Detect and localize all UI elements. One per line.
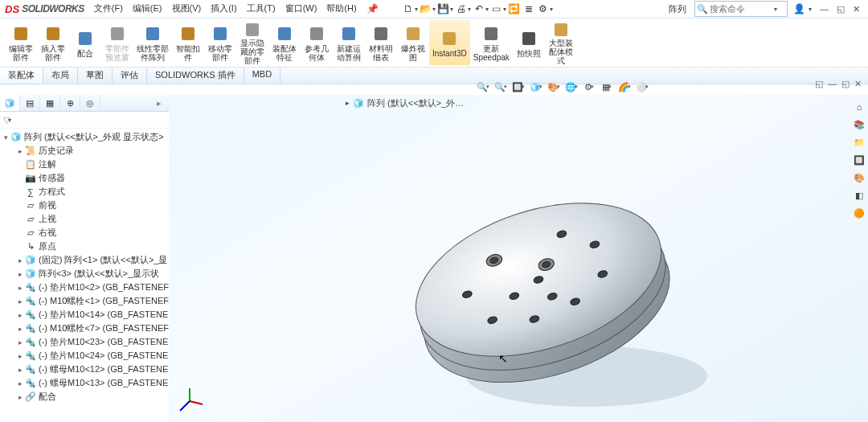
tab-装配体[interactable]: 装配体 xyxy=(0,68,43,84)
headsup-icon-7[interactable]: ▦▾ xyxy=(600,80,614,94)
menu-insert[interactable]: 插入(I) xyxy=(206,1,241,17)
headsup-icon-2[interactable]: 🔲▾ xyxy=(511,80,526,94)
viewport-breadcrumb[interactable]: ▸ 🧊 阵列 (默认<<默认>_外… xyxy=(346,95,464,111)
tree-item-2[interactable]: 📷传感器 xyxy=(0,171,169,185)
graphics-viewport[interactable]: ▸ 🧊 阵列 (默认<<默认>_外… xyxy=(169,95,868,422)
doc-minimize-icon[interactable]: — xyxy=(828,79,837,89)
tree-item-14[interactable]: ▸🔩(-) 垫片M10<23> (GB_FASTENE xyxy=(0,335,169,349)
settings-gear-icon[interactable]: ⚙ xyxy=(537,2,550,15)
headsup-icon-0[interactable]: 🔍▾ xyxy=(476,80,490,94)
tree-item-0[interactable]: ▸📜历史记录 xyxy=(0,144,169,158)
toolbar-button-8[interactable]: 装配体 特征 xyxy=(268,20,301,65)
toolbar-button-4[interactable]: 线性零部 件阵列 xyxy=(133,20,172,65)
expand-icon[interactable]: ▸ xyxy=(16,366,24,374)
minimize-icon[interactable]: — xyxy=(820,4,829,14)
tab-布局[interactable]: 布局 xyxy=(43,68,78,84)
tree-item-6[interactable]: ▱右视 xyxy=(0,226,169,240)
fm-tab-config[interactable]: ▦ xyxy=(40,95,60,111)
tree-item-1[interactable]: 📋注解 xyxy=(0,158,169,171)
tree-item-5[interactable]: ▱上视 xyxy=(0,212,169,226)
menu-tools[interactable]: 工具(T) xyxy=(242,1,280,17)
toolbar-button-14[interactable]: 更新 Speedpak xyxy=(470,20,513,65)
expand-icon[interactable]: ▸ xyxy=(16,325,24,333)
user-icon[interactable]: 👤 xyxy=(788,2,810,15)
menu-window[interactable]: 窗口(W) xyxy=(280,1,322,17)
expand-icon[interactable]: ▸ xyxy=(16,352,24,360)
toolbar-button-2[interactable]: 配合 xyxy=(69,20,101,65)
menu-help[interactable]: 帮助(H) xyxy=(321,1,361,17)
toolbar-button-11[interactable]: 材料明 细表 xyxy=(365,20,397,65)
expand-icon[interactable]: ▸ xyxy=(16,311,24,319)
tab-评估[interactable]: 评估 xyxy=(113,68,147,84)
headsup-icon-9[interactable]: ⚪▾ xyxy=(635,80,649,94)
tree-item-3[interactable]: ∑方程式 xyxy=(0,185,169,199)
expand-icon[interactable]: ▸ xyxy=(16,379,24,387)
headsup-icon-6[interactable]: ⚙▾ xyxy=(582,80,596,94)
toolbar-button-12[interactable]: 爆炸视 图 xyxy=(397,20,429,65)
taskpane-custom-icon[interactable]: ◧ xyxy=(852,188,866,203)
doc-restore-icon[interactable]: ◱ xyxy=(841,79,850,89)
doc-prev-icon[interactable]: ◱ xyxy=(815,79,823,89)
taskpane-forum-icon[interactable]: 🟠 xyxy=(852,206,866,220)
tree-item-9[interactable]: ▸🧊阵列<3> (默认<<默认>_显示状 xyxy=(0,267,169,281)
fm-tab-dim[interactable]: ⊕ xyxy=(60,95,80,111)
expand-icon[interactable]: ▸ xyxy=(16,284,24,292)
doc-close-icon[interactable]: ✕ xyxy=(854,79,862,89)
fm-tab-more-icon[interactable]: ▸ xyxy=(149,95,169,111)
tree-root[interactable]: ▾ 🧊 阵列 (默认<<默认>_外观 显示状态> xyxy=(0,130,169,144)
expand-icon[interactable]: ▸ xyxy=(16,393,24,401)
taskpane-explorer-icon[interactable]: 📁 xyxy=(852,135,866,150)
open-doc-icon[interactable]: 📂 xyxy=(420,2,432,15)
tab-草图[interactable]: 草图 xyxy=(78,68,113,84)
options-list-icon[interactable]: ≣ xyxy=(522,2,535,15)
taskpane-view-icon[interactable]: 🔲 xyxy=(852,153,866,167)
taskpane-home-icon[interactable]: ⌂ xyxy=(852,100,866,114)
tab-SOLIDWORKS 插件[interactable]: SOLIDWORKS 插件 xyxy=(147,68,244,84)
toolbar-button-15[interactable]: 拍快照 xyxy=(513,20,545,65)
taskpane-library-icon[interactable]: 📚 xyxy=(852,117,866,132)
tree-item-12[interactable]: ▸🔩(-) 垫片M10<14> (GB_FASTENE xyxy=(0,308,169,322)
menu-edit[interactable]: 编辑(E) xyxy=(128,1,167,17)
toolbar-button-0[interactable]: 编辑零 部件 xyxy=(5,20,37,65)
command-search-input[interactable] xyxy=(708,3,776,14)
toolbar-button-5[interactable]: 智能扣 件 xyxy=(172,20,204,65)
headsup-icon-5[interactable]: 🌐▾ xyxy=(564,80,579,94)
tree-item-17[interactable]: ▸🔩(-) 螺母M10<13> (GB_FASTENE xyxy=(0,376,169,390)
tree-item-10[interactable]: ▸🔩(-) 垫片M10<2> (GB_FASTENEF xyxy=(0,281,169,294)
orientation-triad[interactable] xyxy=(175,387,204,416)
fm-tab-prop[interactable]: ▤ xyxy=(20,95,40,111)
toolbar-button-16[interactable]: 大型装 配体模 式 xyxy=(545,20,577,65)
print-icon[interactable]: 🖨 xyxy=(455,2,468,15)
toolbar-button-7[interactable]: 显示隐 藏的零 部件 xyxy=(236,20,268,65)
feature-tree[interactable]: ▾ 🧊 阵列 (默认<<默认>_外观 显示状态> ▸📜历史记录📋注解📷传感器∑方… xyxy=(0,129,169,422)
tree-item-13[interactable]: ▸🔩(-) M10螺栓<7> (GB_FASTENEF xyxy=(0,322,169,335)
expand-icon[interactable]: ▸ xyxy=(16,297,24,305)
command-search[interactable]: 🔍 ▾ xyxy=(694,1,788,17)
tree-item-4[interactable]: ▱前视 xyxy=(0,199,169,212)
select-icon[interactable]: ▭ xyxy=(490,2,503,15)
menu-file[interactable]: 文件(F) xyxy=(89,1,128,17)
tree-item-15[interactable]: ▸🔩(-) 垫片M10<24> (GB_FASTENE xyxy=(0,349,169,363)
headsup-icon-4[interactable]: 🎨▾ xyxy=(547,80,561,94)
tree-item-18[interactable]: ▸🔗配合 xyxy=(0,390,169,404)
tree-item-11[interactable]: ▸🔩(-) M10螺栓<1> (GB_FASTENEF xyxy=(0,294,169,308)
tab-MBD[interactable]: MBD xyxy=(244,68,280,84)
toolbar-button-1[interactable]: 插入零 部件 xyxy=(37,20,69,65)
new-doc-icon[interactable]: 🗋 xyxy=(402,2,415,15)
headsup-icon-1[interactable]: 🔍▾ xyxy=(493,80,508,94)
search-dropdown-icon[interactable]: ▾ xyxy=(774,6,777,13)
breadcrumb-expand-icon[interactable]: ▸ xyxy=(346,99,350,107)
restore-icon[interactable]: ◱ xyxy=(837,4,845,14)
menu-view[interactable]: 视图(V) xyxy=(167,1,207,17)
toolbar-button-10[interactable]: 新建运 动算例 xyxy=(333,20,365,65)
expand-icon[interactable]: ▸ xyxy=(16,256,24,264)
expand-icon[interactable]: ▸ xyxy=(16,338,24,346)
tree-item-7[interactable]: ↳原点 xyxy=(0,240,169,253)
expand-icon[interactable]: ▾ xyxy=(2,133,10,141)
tree-item-16[interactable]: ▸🔩(-) 螺母M10<12> (GB_FASTENE xyxy=(0,363,169,376)
expand-icon[interactable]: ▸ xyxy=(16,147,24,155)
filter-dropdown-icon[interactable]: ▾ xyxy=(8,117,11,124)
toolbar-button-9[interactable]: 参考几 何体 xyxy=(301,20,333,65)
close-icon[interactable]: ✕ xyxy=(853,4,860,14)
taskpane-appearance-icon[interactable]: 🎨 xyxy=(852,170,866,185)
